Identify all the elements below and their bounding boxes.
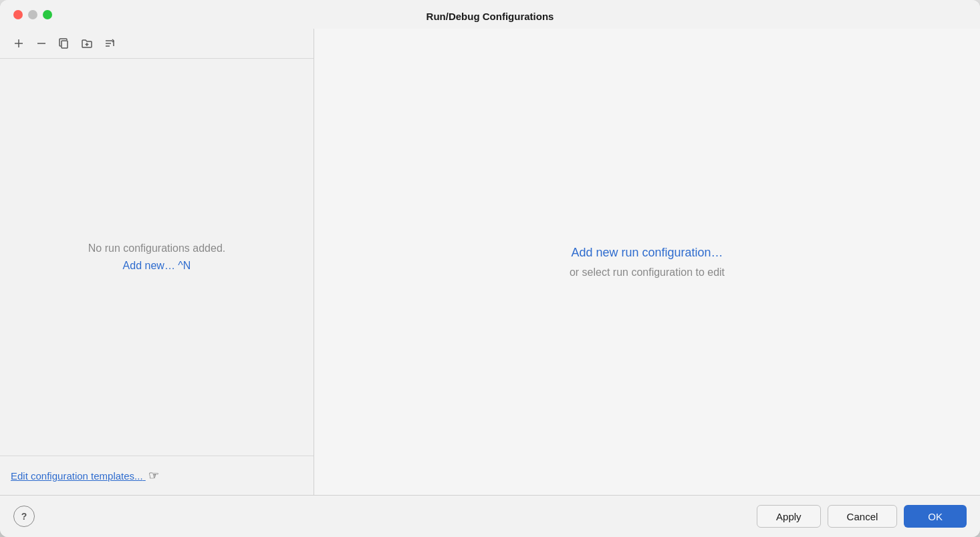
sort-icon (104, 37, 116, 49)
folder-plus-icon (81, 37, 93, 49)
copy-config-button[interactable] (55, 34, 74, 53)
add-new-link[interactable]: Add new… ^N (123, 260, 191, 272)
cursor-indicator: ☞ (148, 468, 159, 483)
plus-icon (13, 37, 25, 49)
copy-icon (58, 37, 70, 49)
maximize-button[interactable] (43, 10, 52, 19)
main-content: No run configurations added. Add new… ^N… (0, 29, 980, 495)
title-bar: Run/Debug Configurations (0, 0, 980, 29)
ok-button[interactable]: OK (904, 505, 967, 528)
edit-templates-link[interactable]: Edit configuration templates... (11, 470, 146, 482)
or-select-text: or select run configuration to edit (570, 266, 725, 279)
toolbar (0, 29, 314, 59)
bottom-link-area: Edit configuration templates... ☞ (0, 456, 314, 495)
cancel-button[interactable]: Cancel (828, 505, 898, 528)
no-config-message: No run configurations added. (88, 242, 225, 254)
minimize-button[interactable] (28, 10, 37, 19)
window-controls (13, 10, 52, 19)
help-button[interactable]: ? (13, 506, 35, 527)
apply-button[interactable]: Apply (757, 505, 821, 528)
sort-button[interactable] (100, 34, 119, 53)
remove-config-button[interactable] (32, 34, 51, 53)
footer: ? Apply Cancel OK (0, 495, 980, 537)
add-config-button[interactable] (9, 34, 28, 53)
config-list: No run configurations added. Add new… ^N (0, 59, 314, 456)
minus-icon (35, 37, 47, 49)
right-panel: Add new run configuration… or select run… (314, 29, 980, 495)
footer-actions: Apply Cancel OK (757, 505, 967, 528)
add-config-right-link[interactable]: Add new run configuration… (571, 246, 723, 260)
close-button[interactable] (13, 10, 23, 19)
left-panel: No run configurations added. Add new… ^N… (0, 29, 314, 495)
svg-rect-3 (62, 41, 68, 48)
folder-button[interactable] (78, 34, 96, 53)
run-debug-dialog: Run/Debug Configurations (0, 0, 980, 537)
dialog-title: Run/Debug Configurations (426, 11, 554, 22)
